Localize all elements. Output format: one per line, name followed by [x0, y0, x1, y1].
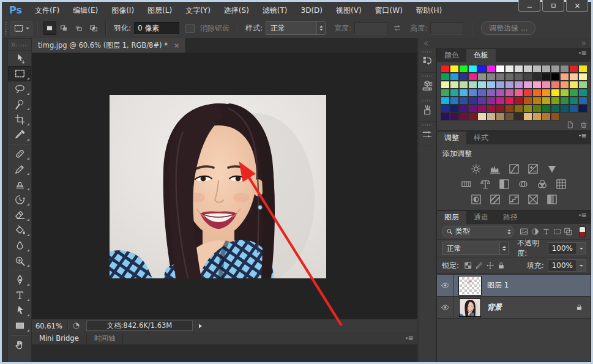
- color-swatch[interactable]: [487, 81, 496, 89]
- color-swatch[interactable]: [542, 97, 551, 105]
- menu-item-编辑[interactable]: 编辑(E): [66, 2, 105, 18]
- color-swatch[interactable]: [523, 113, 532, 121]
- menu-item-3D[interactable]: 3D(D): [294, 2, 329, 18]
- pen-tool[interactable]: [8, 272, 31, 288]
- color-swatch[interactable]: [477, 105, 487, 113]
- color-swatch[interactable]: [551, 65, 560, 73]
- layer-visibility-toggle[interactable]: [437, 275, 454, 296]
- menu-item-图像[interactable]: 图像(I): [105, 2, 141, 18]
- swatches-tab-颜色[interactable]: 颜色: [437, 49, 466, 62]
- color-swatch[interactable]: [569, 65, 578, 73]
- menu-item-视图[interactable]: 视图(V): [329, 2, 368, 18]
- history-panel-button[interactable]: [419, 48, 436, 73]
- filter-toggle[interactable]: [579, 226, 586, 237]
- adj-brightness-button[interactable]: [469, 162, 483, 176]
- document-tab[interactable]: timg.jpg @ 60.6% (图层 1, RGB/8#) * ×: [32, 38, 186, 53]
- color-swatch[interactable]: [578, 97, 587, 105]
- menu-item-窗口[interactable]: 窗口(W): [368, 2, 409, 18]
- color-swatch[interactable]: [477, 89, 487, 97]
- color-swatch[interactable]: [459, 89, 468, 97]
- opacity-input[interactable]: 100%: [548, 242, 586, 254]
- color-swatch[interactable]: [505, 73, 514, 81]
- color-swatch[interactable]: [450, 65, 459, 73]
- color-swatch[interactable]: [532, 97, 542, 105]
- color-swatch[interactable]: [560, 81, 569, 89]
- color-swatch[interactable]: [514, 73, 523, 81]
- paint-bucket-tool[interactable]: [8, 223, 31, 238]
- tool-presets-panel-button[interactable]: [419, 97, 436, 122]
- feather-input[interactable]: 0 像素: [134, 22, 179, 34]
- eraser-tool[interactable]: [8, 207, 31, 223]
- color-swatch[interactable]: [505, 113, 514, 121]
- add-to-selection-button[interactable]: [58, 21, 71, 35]
- color-swatch[interactable]: [523, 97, 532, 105]
- layers-tab-通道[interactable]: 通道: [466, 211, 496, 224]
- color-swatch[interactable]: [523, 81, 532, 89]
- blend-mode-dropdown[interactable]: 正常: [442, 242, 509, 255]
- color-swatch[interactable]: [514, 65, 523, 73]
- color-swatch[interactable]: [551, 113, 560, 121]
- move-tool[interactable]: [8, 51, 31, 66]
- color-swatch[interactable]: [551, 81, 560, 89]
- color-swatch[interactable]: [468, 65, 477, 73]
- color-swatch[interactable]: [459, 105, 468, 113]
- filter-type-button[interactable]: [542, 227, 551, 236]
- properties-3d-panel-button[interactable]: [419, 73, 436, 97]
- color-swatch[interactable]: [477, 65, 487, 73]
- menu-item-文件[interactable]: 文件(F): [28, 2, 66, 18]
- color-swatch[interactable]: [523, 73, 532, 81]
- color-swatch[interactable]: [441, 97, 450, 105]
- fill-input[interactable]: 100%: [548, 259, 586, 272]
- menu-item-文字[interactable]: 文字(Y): [179, 2, 217, 18]
- color-swatch[interactable]: [514, 113, 523, 121]
- filter-shape-button[interactable]: [553, 227, 562, 236]
- layer-row-图层 1[interactable]: 图层 1: [437, 275, 591, 297]
- color-swatch[interactable]: [532, 89, 542, 97]
- rectangular-marquee-tool[interactable]: [8, 66, 31, 81]
- adj-posterize-button[interactable]: [488, 193, 502, 206]
- color-swatch[interactable]: [514, 105, 523, 113]
- swatches-tab-色板[interactable]: 色板: [466, 49, 496, 62]
- color-swatch[interactable]: [441, 81, 450, 89]
- color-swatch[interactable]: [496, 73, 505, 81]
- filter-smart-button[interactable]: [564, 227, 573, 236]
- color-swatch[interactable]: [477, 73, 487, 81]
- eyedropper-tool[interactable]: [8, 127, 31, 143]
- height-input[interactable]: [430, 22, 463, 34]
- path-selection-tool[interactable]: [8, 303, 31, 318]
- layer-visibility-toggle[interactable]: [437, 297, 454, 318]
- swap-dimensions-icon[interactable]: [392, 23, 402, 33]
- type-tool[interactable]: [8, 288, 31, 303]
- color-swatch[interactable]: [468, 105, 477, 113]
- blur-tool[interactable]: [8, 238, 31, 253]
- chevron-down-icon[interactable]: [576, 243, 585, 254]
- color-swatch[interactable]: [569, 97, 578, 105]
- close-button[interactable]: [566, 0, 588, 12]
- color-swatch[interactable]: [532, 73, 542, 81]
- adj-colorbalance-button[interactable]: [478, 177, 493, 191]
- color-swatch[interactable]: [578, 65, 587, 73]
- color-swatch[interactable]: [542, 65, 551, 73]
- color-swatch[interactable]: [477, 113, 487, 121]
- shape-tool[interactable]: [8, 318, 31, 333]
- color-swatch[interactable]: [441, 73, 450, 81]
- filter-adjust-button[interactable]: [531, 227, 540, 236]
- color-swatch[interactable]: [468, 113, 477, 121]
- color-swatch[interactable]: [569, 81, 578, 89]
- color-swatch[interactable]: [560, 89, 569, 97]
- color-swatch[interactable]: [450, 73, 459, 81]
- minimize-button[interactable]: [518, 0, 540, 12]
- delete-swatch-icon[interactable]: [580, 121, 588, 129]
- color-swatch[interactable]: [441, 113, 450, 121]
- color-swatch[interactable]: [487, 97, 496, 105]
- color-swatch[interactable]: [468, 81, 477, 89]
- color-swatch[interactable]: [560, 73, 569, 81]
- filter-kind-dropdown[interactable]: 类型: [442, 226, 514, 237]
- color-swatch[interactable]: [514, 81, 523, 89]
- color-swatch[interactable]: [532, 65, 542, 73]
- color-swatch[interactable]: [542, 81, 551, 89]
- color-swatch[interactable]: [459, 73, 468, 81]
- color-swatch[interactable]: [542, 73, 551, 81]
- layer-thumbnail[interactable]: [459, 277, 481, 295]
- color-swatch[interactable]: [450, 81, 459, 89]
